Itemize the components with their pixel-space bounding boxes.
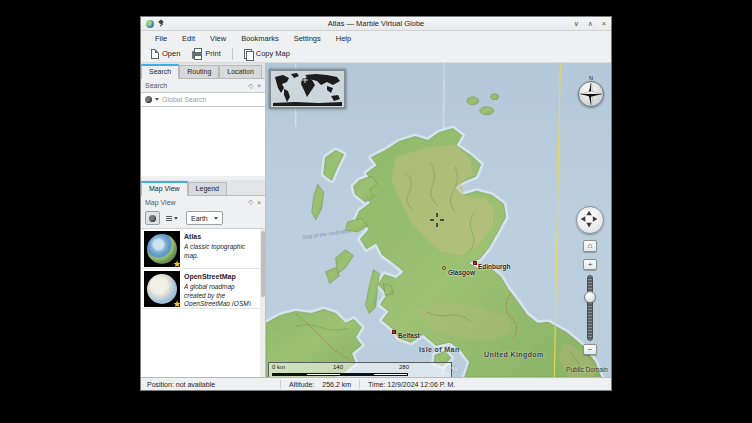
pan-down-arrow-icon [586, 223, 592, 228]
desktop-background: Atlas — Marble Virtual Globe ∨ ∧ × File … [0, 0, 752, 423]
map-canvas[interactable]: N [266, 63, 611, 377]
landmass-kintyre [365, 270, 379, 314]
glasgow-label: Glasgow [448, 269, 475, 276]
left-panel: Search Routing Location Search ◇ × Globa… [141, 63, 266, 377]
mapview-panel-tabs: Map View Legend [141, 180, 265, 196]
title-bar[interactable]: Atlas — Marble Virtual Globe ∨ ∧ × [141, 17, 611, 31]
tab-routing[interactable]: Routing [179, 65, 219, 78]
minimize-button[interactable]: ∨ [574, 17, 579, 31]
zoom-slider-track[interactable] [587, 275, 593, 341]
compass-rose-icon [578, 81, 604, 107]
chevron-down-icon [155, 98, 159, 101]
global-search-input[interactable]: Global Search [141, 92, 265, 107]
globe-projection-button[interactable] [145, 211, 160, 225]
pan-control[interactable] [576, 206, 604, 234]
mapview-dock-title: Map View [145, 199, 176, 206]
plus-icon: + [588, 261, 593, 269]
map-theme-name: Atlas [184, 232, 257, 241]
celestial-body-select[interactable]: Earth [186, 211, 223, 225]
copy-map-button[interactable]: Copy Map [239, 47, 295, 61]
map-scale-bar: 0 km 140 280 [268, 362, 452, 377]
open-button[interactable]: Open [146, 47, 185, 61]
landmass-orkney [480, 107, 494, 115]
scale-label-280: 280 [399, 364, 409, 370]
menu-view[interactable]: View [204, 33, 232, 44]
zoom-in-button[interactable]: + [583, 259, 597, 270]
belfast-city-marker[interactable] [392, 330, 396, 334]
window-title: Atlas — Marble Virtual Globe [141, 19, 611, 28]
scale-bar-segments [272, 373, 408, 376]
float-dock-icon[interactable]: ◇ [248, 82, 253, 90]
edinburgh-city-marker[interactable] [473, 261, 477, 265]
landmass-orkney [467, 97, 479, 105]
menu-file[interactable]: File [149, 33, 173, 44]
menu-bookmarks[interactable]: Bookmarks [235, 33, 285, 44]
projection-dropdown-button[interactable] [163, 211, 181, 225]
menu-bar: File Edit View Bookmarks Settings Help [141, 31, 611, 45]
pan-right-arrow-icon [593, 216, 598, 222]
map-theme-thumbnail: ★ [144, 231, 180, 267]
chevron-down-icon [174, 217, 178, 220]
map-terrain [266, 63, 611, 377]
open-button-label: Open [162, 49, 180, 58]
glasgow-city-marker[interactable] [442, 266, 446, 270]
meridian-label: 4°W [447, 366, 458, 372]
celestial-body-value: Earth [191, 215, 208, 222]
tab-location[interactable]: Location [219, 65, 261, 78]
map-theme-description: A global roadmap created by the OpenStre… [184, 283, 257, 306]
isle-of-man-label: Isle of Man [419, 346, 460, 353]
mapview-dock-header: Map View ◇ × [141, 196, 265, 209]
maximize-button[interactable]: ∧ [588, 17, 593, 31]
print-button[interactable]: Print [187, 47, 225, 61]
search-results-area[interactable] [141, 107, 265, 176]
landmass-uists [312, 184, 324, 220]
copy-icon [244, 49, 253, 59]
toolbar: Open Print Copy Map [141, 45, 611, 63]
landmass-jura [336, 250, 354, 274]
search-dock-title: Search [145, 82, 167, 89]
status-bar: Position: not available Altitude: 256.2 … [141, 377, 611, 390]
search-placeholder: Global Search [162, 96, 206, 103]
search-panel-tabs: Search Routing Location [141, 63, 265, 79]
menu-edit[interactable]: Edit [176, 33, 201, 44]
map-theme-item-openstreetmap[interactable]: ★ OpenStreetMap A global roadmap created… [141, 269, 265, 309]
compass[interactable]: N [576, 75, 606, 115]
map-theme-description: A classic topographic map. It uses vecto… [184, 243, 257, 266]
pan-up-arrow-icon [586, 211, 592, 216]
status-position: Position: not available [147, 381, 272, 388]
menu-help[interactable]: Help [330, 33, 357, 44]
float-dock-icon[interactable]: ◇ [248, 198, 253, 206]
list-icon [166, 216, 172, 221]
status-altitude-value: 256.2 km [322, 381, 351, 388]
globe-icon [149, 215, 156, 222]
close-dock-icon[interactable]: × [257, 82, 261, 89]
close-button[interactable]: × [602, 17, 606, 31]
overview-map[interactable] [269, 69, 346, 109]
mapview-controls: Earth [141, 209, 265, 229]
home-icon: ⌂ [588, 242, 593, 250]
toolbar-separator [232, 48, 233, 60]
printer-icon [192, 51, 202, 59]
global-search-icon [145, 96, 152, 103]
close-dock-icon[interactable]: × [257, 199, 261, 206]
menu-settings[interactable]: Settings [288, 33, 327, 44]
status-altitude-label: Altitude: [289, 381, 314, 388]
map-theme-item-atlas[interactable]: ★ Atlas A classic topographic map. It us… [141, 229, 265, 269]
minus-icon: − [588, 346, 593, 354]
edinburgh-label: Edinburgh [478, 263, 511, 270]
search-dock-header: Search ◇ × [141, 79, 265, 92]
zoom-slider-handle[interactable] [584, 291, 596, 303]
favorite-star-icon[interactable]: ★ [173, 259, 181, 269]
tab-search[interactable]: Search [141, 64, 179, 79]
tab-legend[interactable]: Legend [188, 182, 227, 195]
marble-window: Atlas — Marble Virtual Globe ∨ ∧ × File … [140, 16, 612, 391]
scale-label-140: 140 [333, 364, 343, 370]
belfast-label: Belfast [398, 332, 420, 339]
status-separator [359, 380, 360, 389]
zoom-out-button[interactable]: − [583, 344, 597, 355]
map-list-scrollbar[interactable] [260, 229, 265, 378]
map-theme-name: OpenStreetMap [184, 272, 257, 281]
home-button[interactable]: ⌂ [583, 240, 597, 252]
favorite-star-icon[interactable]: ★ [173, 299, 181, 309]
tab-map-view[interactable]: Map View [141, 181, 188, 196]
